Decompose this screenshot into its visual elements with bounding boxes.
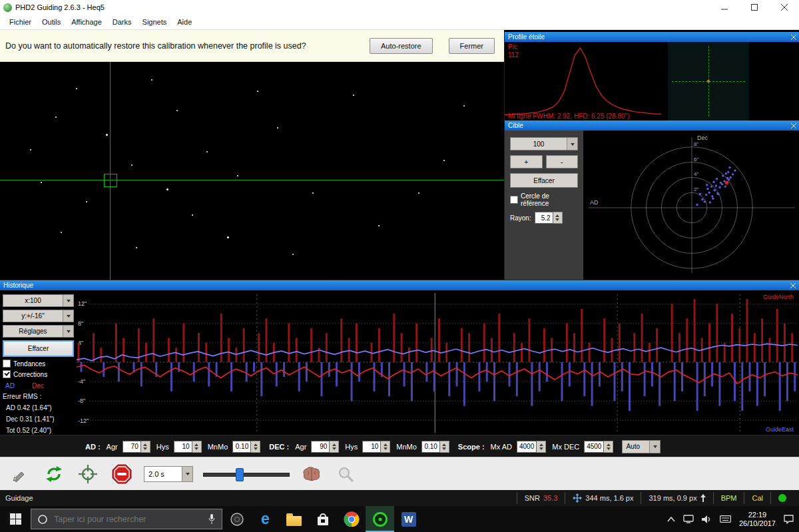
param-group-label: DEC : <box>269 443 289 451</box>
rms-total-value: Tot 0.52 (2.40") <box>3 426 74 435</box>
history-xscale-dropdown[interactable]: x:100 <box>3 294 74 307</box>
target-close-button[interactable] <box>791 123 796 129</box>
star <box>151 79 152 81</box>
spinner-arrows-icon[interactable] <box>604 441 613 453</box>
phd2-app-button[interactable] <box>366 506 394 532</box>
radius-value[interactable]: 5.2 <box>535 212 553 224</box>
agr-value[interactable]: 90 <box>311 441 330 453</box>
star <box>55 117 57 118</box>
trends-checkbox[interactable] <box>3 360 11 368</box>
file-explorer-button[interactable] <box>280 506 308 532</box>
spinner-arrows-icon[interactable] <box>440 441 449 453</box>
keyboard-icon[interactable] <box>720 515 731 523</box>
history-settings-dropdown[interactable]: Réglages <box>3 325 74 338</box>
agr-value[interactable]: 70 <box>123 441 141 453</box>
loop-exposures-button[interactable] <box>42 462 66 486</box>
hidden-icons-chevron-icon[interactable] <box>667 517 675 522</box>
stop-sign-icon <box>112 464 132 484</box>
minimize-button[interactable] <box>709 0 739 15</box>
star <box>30 149 31 150</box>
taskview-button[interactable] <box>222 506 251 532</box>
target-controls: 100 + - Effacer Cercle de référence Rayo… <box>505 131 583 280</box>
menu-signets[interactable]: Signets <box>137 16 172 28</box>
spinner-arrows-icon[interactable] <box>330 441 339 453</box>
menu-affichage[interactable]: Affichage <box>66 16 107 28</box>
hys-value[interactable]: 10 <box>362 441 381 453</box>
stop-button[interactable] <box>110 462 134 486</box>
gamma-slider[interactable] <box>203 467 290 481</box>
history-clear-button[interactable]: Effacer <box>3 340 74 357</box>
crosshair-horizontal-line <box>0 180 504 180</box>
star <box>443 160 445 161</box>
spinner-arrows-icon[interactable] <box>251 441 260 453</box>
star <box>353 95 354 96</box>
spinner-arrows-icon[interactable] <box>537 441 546 453</box>
mx-dec-value[interactable]: 4500 <box>584 441 604 453</box>
hys-value[interactable]: 10 <box>174 441 192 453</box>
spinner-arrows-icon[interactable] <box>381 441 390 453</box>
close-button[interactable] <box>769 0 799 15</box>
target-zoom-dropdown[interactable]: 100 <box>510 137 578 150</box>
star-field-view[interactable] <box>0 62 504 280</box>
agr-spinner: 70 <box>123 441 150 453</box>
reference-circle-checkbox[interactable] <box>510 196 518 204</box>
history-controls: x:100 y:+/-16" Réglages Effacer Tendance… <box>0 293 77 447</box>
param-group-label: Scope : <box>458 443 485 451</box>
display-icon[interactable] <box>683 515 694 523</box>
chrome-app-button[interactable] <box>337 506 366 532</box>
clock[interactable]: 22:19 26/10/2017 <box>739 511 776 528</box>
taskbar-search-box[interactable] <box>31 509 222 529</box>
star <box>227 236 229 238</box>
target-zoom-in-button[interactable]: + <box>510 155 543 168</box>
camera-properties-button[interactable] <box>334 462 358 486</box>
spinner-arrows-icon[interactable] <box>141 441 150 453</box>
axes-legend: AD Dec <box>3 382 74 390</box>
star <box>86 201 87 202</box>
history-close-button[interactable] <box>790 283 796 288</box>
star <box>463 105 465 107</box>
star <box>292 254 294 255</box>
spinner-arrows-icon[interactable] <box>192 441 202 453</box>
cal-label: Cal <box>752 494 763 502</box>
fermer-button[interactable]: Fermer <box>449 38 495 54</box>
start-button[interactable] <box>0 506 31 532</box>
svg-text:8": 8" <box>78 320 83 327</box>
advanced-settings-button[interactable] <box>300 462 324 486</box>
history-yscale-dropdown[interactable]: y:+/-16" <box>3 310 74 322</box>
word-app-button[interactable]: W <box>394 506 423 532</box>
mx-ad-value[interactable]: 4000 <box>517 441 537 453</box>
menu-outils[interactable]: Outils <box>37 16 66 28</box>
corrections-checkbox[interactable] <box>3 370 11 378</box>
search-input[interactable] <box>53 514 203 525</box>
star-profile-close-button[interactable] <box>791 35 796 40</box>
menu-aide[interactable]: Aide <box>172 16 197 28</box>
slider-thumb[interactable] <box>236 468 244 481</box>
target-clear-button[interactable]: Effacer <box>510 173 578 188</box>
main-toolbar: 2.0 s <box>0 457 799 490</box>
mnmo-value[interactable]: 0.10 <box>421 441 440 453</box>
svg-text:12": 12" <box>78 300 87 307</box>
dec-mode-dropdown[interactable]: Auto <box>622 440 661 453</box>
hys-spinner: 10 <box>362 441 390 453</box>
exposure-dropdown[interactable]: 2.0 s <box>144 466 193 482</box>
mnmo-value[interactable]: 0.10 <box>232 441 251 453</box>
reference-circle-label: Cercle de référence <box>521 192 578 207</box>
store-app-button[interactable] <box>308 506 337 532</box>
param-field-label: Agr <box>107 443 118 451</box>
history-graph-canvas: 12"8"4"-4"-8"-12"GuideNorthGuideEast <box>77 292 798 434</box>
begin-guiding-button[interactable] <box>76 462 100 486</box>
menu-darks[interactable]: Darks <box>107 16 137 28</box>
action-center-icon[interactable] <box>784 515 794 524</box>
spinner-arrows-icon[interactable] <box>553 212 563 224</box>
snr-segment: SNR 35.3 <box>517 492 565 503</box>
menu-fichier[interactable]: Fichier <box>4 16 37 28</box>
auto-restore-button[interactable]: Auto-restore <box>370 38 433 54</box>
maximize-button[interactable] <box>739 0 769 15</box>
volume-icon[interactable] <box>702 515 712 524</box>
connect-equipment-button[interactable] <box>8 462 32 486</box>
dec-stats-value: 319 ms, 0.9 px <box>649 494 696 502</box>
target-zoom-out-button[interactable]: - <box>546 155 579 168</box>
svg-text:Dec: Dec <box>697 134 708 141</box>
microphone-icon[interactable] <box>208 513 216 525</box>
edge-app-button[interactable]: e <box>251 506 280 532</box>
